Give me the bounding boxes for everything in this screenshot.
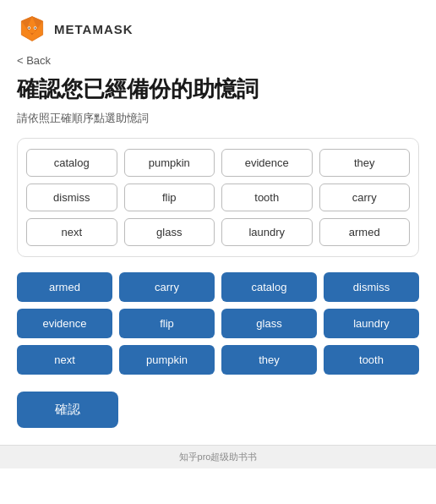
word-pool-grid: catalogpumpkinevidencetheydismissfliptoo… bbox=[26, 149, 410, 246]
main-content: METAMASK < Back 確認您已經備份的助憶詞 請依照正確順序點選助憶詞… bbox=[0, 0, 436, 445]
confirm-button[interactable]: 確認 bbox=[17, 392, 118, 428]
word-pool-item[interactable]: catalog bbox=[26, 149, 117, 177]
selected-word-item[interactable]: dismiss bbox=[324, 272, 419, 302]
word-pool-item[interactable]: pumpkin bbox=[124, 149, 215, 177]
word-pool-item[interactable]: laundry bbox=[221, 218, 313, 246]
selected-word-item[interactable]: carry bbox=[119, 272, 215, 302]
bottom-bar: 知乎pro超级助书书 bbox=[0, 445, 436, 468]
selected-word-item[interactable]: tooth bbox=[324, 345, 419, 375]
page-title: 確認您已經備份的助憶詞 bbox=[17, 75, 419, 104]
back-link[interactable]: < Back bbox=[17, 54, 419, 67]
selected-word-item[interactable]: pumpkin bbox=[119, 345, 215, 375]
selected-word-item[interactable]: evidence bbox=[17, 309, 112, 338]
phone-frame: METAMASK < Back 確認您已經備份的助憶詞 請依照正確順序點選助憶詞… bbox=[0, 0, 436, 504]
selected-word-item[interactable]: flip bbox=[119, 309, 215, 338]
selected-word-item[interactable]: next bbox=[17, 345, 112, 375]
metamask-fox-icon bbox=[17, 14, 47, 44]
metamask-label: METAMASK bbox=[54, 22, 134, 36]
subtitle: 請依照正確順序點選助憶詞 bbox=[17, 111, 419, 126]
bottom-bar-text: 知乎pro超级助书书 bbox=[179, 452, 258, 462]
word-pool-item[interactable]: next bbox=[26, 218, 117, 246]
word-pool-item[interactable]: carry bbox=[319, 184, 411, 211]
word-pool: catalogpumpkinevidencetheydismissfliptoo… bbox=[17, 138, 419, 257]
word-pool-item[interactable]: evidence bbox=[221, 149, 313, 177]
selected-word-item[interactable]: armed bbox=[17, 272, 112, 302]
selected-word-item[interactable]: they bbox=[221, 345, 317, 375]
selected-words-grid: armedcarrycatalogdismissevidenceflipglas… bbox=[17, 272, 419, 375]
selected-word-item[interactable]: laundry bbox=[324, 309, 419, 338]
svg-point-8 bbox=[35, 27, 36, 29]
header: METAMASK bbox=[17, 14, 419, 44]
word-pool-item[interactable]: dismiss bbox=[26, 184, 117, 211]
word-pool-item[interactable]: flip bbox=[124, 184, 215, 211]
svg-point-7 bbox=[29, 27, 30, 29]
word-pool-item[interactable]: tooth bbox=[221, 184, 313, 211]
word-pool-item[interactable]: glass bbox=[124, 218, 215, 246]
word-pool-item[interactable]: they bbox=[319, 149, 411, 177]
selected-word-item[interactable]: glass bbox=[221, 309, 317, 338]
word-pool-item[interactable]: armed bbox=[319, 218, 411, 246]
selected-word-item[interactable]: catalog bbox=[221, 272, 317, 302]
